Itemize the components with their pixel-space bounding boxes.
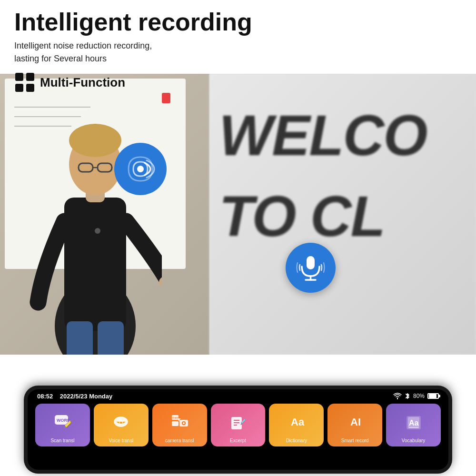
welcome-text-top: WELCO — [219, 102, 427, 168]
grid-icon — [14, 72, 35, 93]
header-section: Intelligent recording Intelligent noise … — [14, 9, 252, 93]
svg-rect-21 — [307, 256, 315, 269]
excerpt-label: Excerpt — [230, 438, 246, 444]
status-time: 08:52 2022/5/23 Monday — [37, 393, 112, 400]
excerpt-icon-area — [213, 407, 264, 438]
scan-transl-label: Scan transl — [50, 438, 74, 444]
camera-transl-icon: menu — [170, 413, 189, 432]
status-right: 80% — [393, 392, 439, 400]
multi-function-label: Multi-Function — [40, 75, 125, 90]
voice-transl-icon: Тт — [111, 413, 130, 432]
status-bar: 08:52 2022/5/23 Monday — [28, 389, 448, 402]
svg-rect-18 — [98, 321, 124, 355]
device-outer: 08:52 2022/5/23 Monday — [24, 386, 452, 474]
vocabulary-icon-area: Aa — [388, 407, 439, 438]
svg-rect-7 — [162, 93, 170, 103]
camera-transl-icon-area: menu — [154, 407, 205, 438]
camera-transl-label: camera transl — [165, 438, 194, 444]
sound-bubble — [114, 143, 167, 195]
bluetooth-icon — [405, 392, 410, 400]
svg-rect-1 — [26, 73, 34, 81]
app-vocabulary[interactable]: Aa Vocabulary — [386, 404, 441, 446]
svg-point-20 — [137, 166, 144, 172]
multi-function-row: Multi-Function — [14, 72, 252, 93]
svg-text:Aa: Aa — [291, 416, 305, 428]
background-scene: WELCO TO CL — [0, 74, 476, 355]
smart-record-icon: AI — [346, 413, 365, 432]
sound-waves-icon — [124, 152, 157, 186]
svg-rect-0 — [15, 73, 23, 81]
smart-record-icon-area: AI — [329, 407, 380, 438]
scan-transl-icon-area: WORD — [37, 407, 88, 438]
excerpt-icon — [228, 413, 248, 432]
page-title: Intelligent recording — [14, 9, 252, 36]
smart-record-label: Smart record — [341, 438, 369, 444]
vocabulary-icon: Aa — [404, 413, 423, 432]
device-mockup: 08:52 2022/5/23 Monday — [0, 376, 476, 476]
dictionary-icon-area: Aa — [271, 407, 322, 438]
svg-rect-9 — [64, 198, 126, 331]
classroom-panel — [0, 74, 209, 355]
svg-point-19 — [95, 228, 100, 234]
app-camera-transl[interactable]: menu camera transl — [152, 404, 207, 446]
subtitle: Intelligent noise reduction recording, l… — [14, 40, 252, 65]
svg-point-34 — [183, 422, 185, 424]
apps-row: WORD Scan transl — [28, 402, 448, 449]
svg-text:Тт: Тт — [118, 419, 124, 425]
voice-transl-label: Voice transl — [109, 438, 133, 444]
app-scan-transl[interactable]: WORD Scan transl — [35, 404, 90, 446]
dictionary-label: Dictionary — [286, 438, 307, 444]
svg-text:AI: AI — [350, 416, 361, 428]
svg-point-12 — [69, 124, 121, 157]
app-voice-transl[interactable]: Тт Voice transl — [94, 404, 149, 446]
mic-bubble — [286, 243, 336, 293]
device-screen: 08:52 2022/5/23 Monday — [28, 389, 448, 470]
svg-rect-3 — [26, 84, 34, 92]
vocabulary-label: Vocabulary — [402, 438, 425, 444]
mic-icon — [295, 252, 326, 283]
app-smart-record[interactable]: AI Smart record — [327, 404, 382, 446]
app-dictionary[interactable]: Aa Dictionary — [269, 404, 324, 446]
svg-text:Aa: Aa — [409, 419, 419, 427]
svg-rect-2 — [15, 84, 23, 92]
app-excerpt[interactable]: Excerpt — [211, 404, 266, 446]
scan-transl-icon: WORD — [53, 413, 72, 432]
dictionary-icon: Aa — [287, 413, 306, 432]
svg-rect-30 — [172, 421, 178, 426]
svg-rect-17 — [67, 321, 93, 355]
battery-box — [427, 393, 439, 399]
battery-fill — [429, 394, 436, 398]
welcome-text-bottom: TO CL — [219, 183, 385, 249]
voice-transl-icon-area: Тт — [96, 407, 147, 438]
wifi-icon — [393, 393, 402, 399]
person-figure — [29, 102, 162, 355]
battery-percent: 80% — [413, 393, 425, 399]
welcome-panel: WELCO TO CL — [209, 74, 476, 355]
